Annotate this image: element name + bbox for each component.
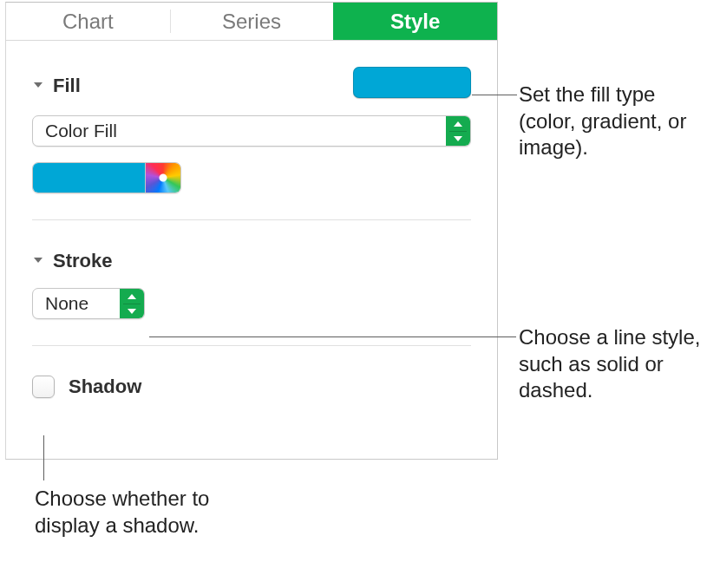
popup-stepper-icon: [120, 289, 144, 318]
fill-label: Fill: [53, 75, 81, 97]
stroke-style-popup[interactable]: None: [32, 288, 145, 319]
shadow-checkbox[interactable]: [32, 376, 55, 398]
shadow-row: Shadow: [32, 376, 471, 398]
fill-section-header[interactable]: Fill: [32, 70, 471, 101]
tab-chart[interactable]: Chart: [6, 3, 170, 40]
tab-style[interactable]: Style: [333, 3, 497, 40]
shadow-label: Shadow: [69, 376, 141, 398]
inspector-panel: Chart Series Style Fill Color Fill: [5, 2, 498, 460]
chevron-down-icon: [32, 79, 46, 93]
divider: [32, 219, 471, 220]
fill-color-swatch[interactable]: [353, 67, 471, 98]
tab-bar: Chart Series Style: [6, 3, 497, 41]
stroke-style-value: None: [45, 293, 88, 314]
color-wheel-icon[interactable]: [146, 163, 180, 193]
callout-stroke: Choose a line style, such as solid or da…: [519, 324, 718, 404]
fill-type-popup[interactable]: Color Fill: [32, 115, 471, 147]
callout-fill: Set the fill type (color, gradient, or i…: [519, 82, 710, 161]
tab-style-label: Style: [390, 10, 440, 34]
tab-series-label: Series: [222, 10, 281, 34]
popup-stepper-icon: [446, 116, 470, 146]
fill-color-well-group: [32, 162, 181, 193]
fill-type-value: Color Fill: [45, 121, 117, 141]
callout-line: [472, 95, 517, 95]
tab-chart-label: Chart: [62, 10, 114, 34]
stroke-section-header[interactable]: Stroke: [32, 250, 471, 272]
chevron-down-icon: [32, 254, 46, 268]
callout-line: [149, 336, 516, 337]
callout-line: [43, 435, 44, 480]
tab-series[interactable]: Series: [170, 3, 334, 40]
fill-color-well[interactable]: [33, 163, 146, 193]
callout-shadow: Choose whether to display a shadow.: [35, 486, 260, 539]
stroke-label: Stroke: [53, 250, 112, 272]
divider: [32, 345, 471, 346]
